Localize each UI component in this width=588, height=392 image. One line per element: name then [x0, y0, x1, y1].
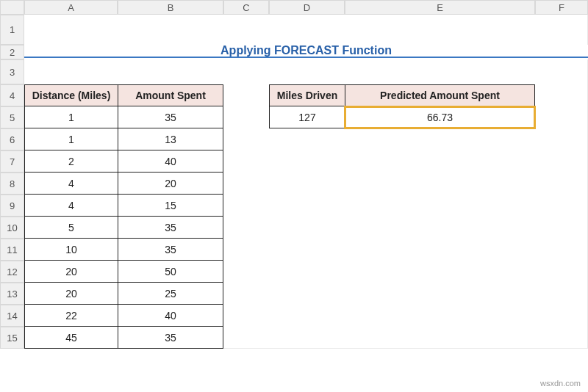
cell-B10[interactable]: 5	[24, 217, 118, 239]
row-header-8[interactable]: 8	[0, 173, 24, 195]
col-header-D[interactable]: D	[269, 0, 345, 15]
col-header-E[interactable]: E	[345, 0, 535, 15]
cell-B9[interactable]: 4	[24, 195, 118, 217]
cell-B11[interactable]: 10	[24, 239, 118, 261]
page-title: Applying FORECAST Function	[24, 45, 588, 58]
row-header-10[interactable]: 10	[0, 217, 24, 239]
row-header-9[interactable]: 9	[0, 195, 24, 217]
col-header-A[interactable]: A	[24, 0, 118, 15]
cell-B7[interactable]: 2	[24, 150, 118, 173]
cell-C7[interactable]: 40	[118, 150, 223, 173]
cell-B15[interactable]: 45	[24, 327, 118, 349]
cell-C8[interactable]: 20	[118, 173, 223, 195]
cell-C11[interactable]: 35	[118, 239, 223, 261]
row-header-13[interactable]: 13	[0, 283, 24, 305]
cell-B8[interactable]: 4	[24, 173, 118, 195]
row-header-5[interactable]: 5	[0, 106, 24, 128]
cell-B12[interactable]: 20	[24, 261, 118, 283]
row-header-12[interactable]: 12	[0, 261, 24, 283]
cell-C6[interactable]: 13	[118, 128, 223, 150]
table1-header-distance[interactable]: Distance (Miles)	[24, 84, 118, 106]
row-header-1[interactable]: 1	[0, 15, 24, 45]
row-header-14[interactable]: 14	[0, 305, 24, 327]
cell-B5[interactable]: 1	[24, 106, 118, 128]
col-header-C[interactable]: C	[223, 0, 269, 15]
cell-C9[interactable]: 15	[118, 195, 223, 217]
row-header-15[interactable]: 15	[0, 327, 24, 349]
cell-E5[interactable]: 127	[269, 106, 345, 128]
cell-C12[interactable]: 50	[118, 261, 223, 283]
col-header-B[interactable]: B	[118, 0, 223, 15]
cell-F5-selected[interactable]: 66.73	[345, 106, 535, 128]
corner-cell[interactable]	[0, 0, 24, 15]
watermark: wsxdn.com	[540, 379, 581, 388]
cell-C13[interactable]: 25	[118, 283, 223, 305]
table1-header-amount[interactable]: Amount Spent	[118, 84, 223, 106]
spreadsheet-grid: A B C D E F 1 2 3 4 5 6 7 8 9 10 11 12 1…	[0, 0, 588, 349]
cell-C10[interactable]: 35	[118, 217, 223, 239]
title-row: Applying FORECAST Function	[24, 45, 588, 59]
cell-C15[interactable]: 35	[118, 327, 223, 349]
row-header-2[interactable]: 2	[0, 45, 24, 59]
col-header-F[interactable]: F	[535, 0, 588, 15]
row-header-11[interactable]: 11	[0, 239, 24, 261]
table2-header-miles[interactable]: Miles Driven	[269, 84, 345, 106]
cell-B6[interactable]: 1	[24, 128, 118, 150]
row-header-7[interactable]: 7	[0, 150, 24, 173]
cell-B14[interactable]: 22	[24, 305, 118, 327]
cell-C14[interactable]: 40	[118, 305, 223, 327]
cell-C5[interactable]: 35	[118, 106, 223, 128]
row-header-6[interactable]: 6	[0, 128, 24, 150]
row-header-3[interactable]: 3	[0, 59, 24, 84]
table2-header-predicted[interactable]: Predicted Amount Spent	[345, 84, 535, 106]
row-header-4[interactable]: 4	[0, 84, 24, 106]
cell-B13[interactable]: 20	[24, 283, 118, 305]
